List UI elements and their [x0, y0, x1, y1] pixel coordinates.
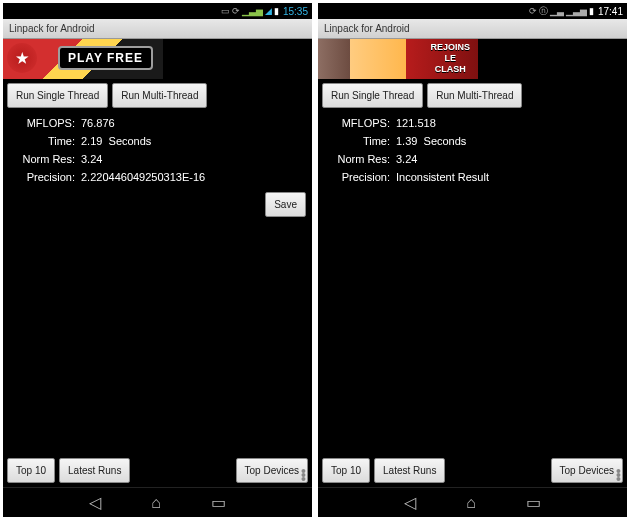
run-single-thread-button[interactable]: Run Single Thread [7, 83, 108, 108]
mflops-label: MFLOPS: [13, 114, 75, 132]
mflops-label: MFLOPS: [328, 114, 390, 132]
latest-runs-button[interactable]: Latest Runs [59, 458, 130, 483]
run-buttons-row: Run Single Thread Run Multi-Thread [3, 79, 312, 112]
norm-value: 3.24 [81, 150, 102, 168]
top10-button[interactable]: Top 10 [7, 458, 55, 483]
ad-banner[interactable]: REJOINS LE CLASH [318, 39, 478, 79]
signal2-icon: ▁▃▅ [566, 6, 587, 16]
signal-icon: ▁▃ [550, 6, 564, 16]
system-nav-bar: ◁ ⌂ ▭ [318, 487, 627, 517]
mflops-value: 76.876 [81, 114, 115, 132]
signal-icon: ▁▃▅ [242, 6, 263, 16]
top-devices-button[interactable]: Top Devices [551, 458, 623, 483]
recents-icon[interactable]: ▭ [211, 493, 226, 512]
time-unit: Seconds [109, 132, 152, 150]
precision-label: Precision: [328, 168, 390, 186]
clock: 17:41 [598, 6, 623, 17]
run-multi-thread-button[interactable]: Run Multi-Thread [112, 83, 207, 108]
back-icon[interactable]: ◁ [404, 493, 416, 512]
ad-banner[interactable]: ★ PLAY FREE [3, 39, 163, 79]
time-label: Time: [328, 132, 390, 150]
results-panel: MFLOPS:76.876 Time:2.19 Seconds Norm Res… [3, 112, 312, 188]
system-nav-bar: ◁ ⌂ ▭ [3, 487, 312, 517]
norm-label: Norm Res: [328, 150, 390, 168]
save-button[interactable]: Save [265, 192, 306, 217]
status-bar: ⟳ ⓝ ▁▃ ▁▃▅ ▮ 17:41 [318, 3, 627, 19]
time-value: 1.39 [396, 132, 417, 150]
notif-icon: ▭ [221, 6, 230, 16]
sync-icon: ⟳ [529, 6, 537, 16]
latest-runs-button[interactable]: Latest Runs [374, 458, 445, 483]
home-icon[interactable]: ⌂ [466, 494, 476, 512]
ad-text: REJOINS LE CLASH [430, 42, 470, 75]
overflow-menu-icon[interactable]: ••• [301, 469, 306, 481]
app-title: Linpack for Android [324, 23, 410, 34]
wifi-icon: ◢ [265, 6, 272, 16]
recents-icon[interactable]: ▭ [526, 493, 541, 512]
battery-icon: ▮ [589, 6, 594, 16]
time-value: 2.19 [81, 132, 102, 150]
bottom-bar: Top 10 Latest Runs Top Devices [318, 454, 627, 487]
ad-icon: ★ [7, 43, 37, 73]
overflow-menu-icon[interactable]: ••• [616, 469, 621, 481]
empty-content [318, 188, 627, 454]
home-icon[interactable]: ⌂ [151, 494, 161, 512]
mflops-value: 121.518 [396, 114, 436, 132]
clock: 15:35 [283, 6, 308, 17]
app-title-bar: Linpack for Android [318, 19, 627, 39]
back-icon[interactable]: ◁ [89, 493, 101, 512]
run-multi-thread-button[interactable]: Run Multi-Thread [427, 83, 522, 108]
top10-button[interactable]: Top 10 [322, 458, 370, 483]
run-buttons-row: Run Single Thread Run Multi-Thread [318, 79, 627, 112]
status-bar: ▭ ⟳ ▁▃▅ ◢ ▮ 15:35 [3, 3, 312, 19]
ad-cta[interactable]: PLAY FREE [58, 46, 153, 70]
empty-content [3, 217, 312, 454]
bottom-bar: Top 10 Latest Runs Top Devices [3, 454, 312, 487]
time-label: Time: [13, 132, 75, 150]
precision-value: Inconsistent Result [396, 168, 489, 186]
precision-value: 2.220446049250313E-16 [81, 168, 205, 186]
time-unit: Seconds [424, 132, 467, 150]
app-title: Linpack for Android [9, 23, 95, 34]
sync-icon: ⟳ [232, 6, 240, 16]
norm-value: 3.24 [396, 150, 417, 168]
nfc-icon: ⓝ [539, 5, 548, 18]
results-panel: MFLOPS:121.518 Time:1.39 Seconds Norm Re… [318, 112, 627, 188]
norm-label: Norm Res: [13, 150, 75, 168]
phone-left: ▭ ⟳ ▁▃▅ ◢ ▮ 15:35 Linpack for Android ★ … [3, 3, 312, 517]
app-title-bar: Linpack for Android [3, 19, 312, 39]
precision-label: Precision: [13, 168, 75, 186]
phone-right: ⟳ ⓝ ▁▃ ▁▃▅ ▮ 17:41 Linpack for Android R… [318, 3, 627, 517]
top-devices-button[interactable]: Top Devices [236, 458, 308, 483]
battery-icon: ▮ [274, 6, 279, 16]
run-single-thread-button[interactable]: Run Single Thread [322, 83, 423, 108]
